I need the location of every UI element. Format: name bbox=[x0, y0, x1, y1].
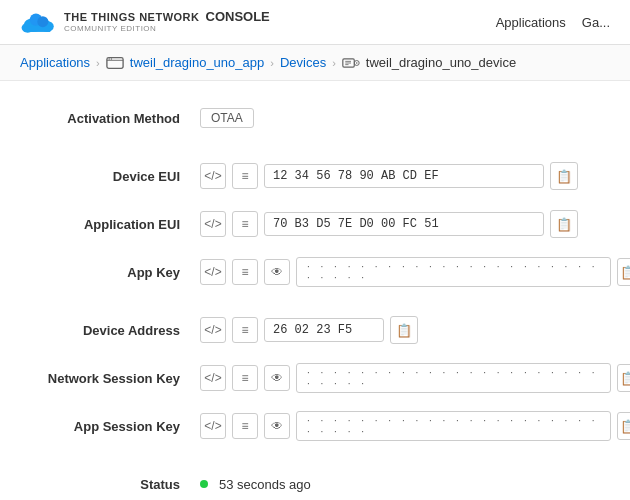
activation-method-value: OTAA bbox=[200, 108, 590, 128]
device-eui-copy-btn[interactable]: 📋 bbox=[550, 162, 578, 190]
eye-icon-3: 👁 bbox=[271, 419, 283, 433]
device-addr-value: </> ≡ 26 02 23 F5 📋 bbox=[200, 316, 590, 344]
app-key-eye-btn[interactable]: 👁 bbox=[264, 259, 290, 285]
app-session-copy-btn[interactable]: 📋 bbox=[617, 412, 630, 440]
app-eui-field: 70 B3 D5 7E D0 00 FC 51 bbox=[264, 212, 544, 236]
nav-applications[interactable]: Applications bbox=[496, 15, 566, 30]
device-addr-field: 26 02 23 F5 bbox=[264, 318, 384, 342]
app-key-label: App Key bbox=[40, 265, 200, 280]
header: THE THINGS NETWORK CONSOLE COMMUNITY EDI… bbox=[0, 0, 630, 45]
activation-method-label: Activation Method bbox=[40, 111, 200, 126]
app-eui-row: Application EUI </> ≡ 70 B3 D5 7E D0 00 … bbox=[40, 207, 590, 241]
code-icon-5: </> bbox=[204, 371, 221, 385]
app-session-dots: · · · · · · · · · · · · · · · · · · · · … bbox=[307, 415, 600, 437]
eye-icon: 👁 bbox=[271, 265, 283, 279]
app-key-grid-btn[interactable]: ≡ bbox=[232, 259, 258, 285]
status-text: 53 seconds ago bbox=[219, 477, 311, 492]
device-eui-row: Device EUI </> ≡ 12 34 56 78 90 AB CD EF… bbox=[40, 159, 590, 193]
breadcrumb-sep-1: › bbox=[96, 57, 100, 69]
header-left: THE THINGS NETWORK CONSOLE COMMUNITY EDI… bbox=[20, 10, 270, 34]
app-session-label: App Session Key bbox=[40, 419, 200, 434]
brand-ttn: THE THINGS NETWORK bbox=[64, 11, 200, 23]
device-addr-copy-btn[interactable]: 📋 bbox=[390, 316, 418, 344]
breadcrumb-devices[interactable]: Devices bbox=[280, 55, 326, 70]
brand-block: THE THINGS NETWORK CONSOLE COMMUNITY EDI… bbox=[64, 10, 270, 33]
svg-point-10 bbox=[110, 58, 111, 59]
device-icon bbox=[342, 56, 360, 70]
brand-edition: COMMUNITY EDITION bbox=[64, 25, 270, 34]
app-eui-grid-btn[interactable]: ≡ bbox=[232, 211, 258, 237]
grid-icon-2: ≡ bbox=[241, 217, 248, 231]
app-session-grid-btn[interactable]: ≡ bbox=[232, 413, 258, 439]
device-eui-grid-btn[interactable]: ≡ bbox=[232, 163, 258, 189]
app-key-code-btn[interactable]: </> bbox=[200, 259, 226, 285]
app-eui-code-btn[interactable]: </> bbox=[200, 211, 226, 237]
code-icon-3: </> bbox=[204, 265, 221, 279]
device-addr-grid-btn[interactable]: ≡ bbox=[232, 317, 258, 343]
otaa-badge: OTAA bbox=[200, 108, 254, 128]
grid-icon-3: ≡ bbox=[241, 265, 248, 279]
code-icon: </> bbox=[204, 169, 221, 183]
app-session-row: App Session Key </> ≡ 👁 · · · · · · · · … bbox=[40, 409, 590, 443]
breadcrumb-sep-3: › bbox=[332, 57, 336, 69]
app-session-code-btn[interactable]: </> bbox=[200, 413, 226, 439]
app-eui-value: </> ≡ 70 B3 D5 7E D0 00 FC 51 📋 bbox=[200, 210, 590, 238]
net-session-dots: · · · · · · · · · · · · · · · · · · · · … bbox=[307, 367, 600, 389]
code-icon-6: </> bbox=[204, 419, 221, 433]
net-session-field: · · · · · · · · · · · · · · · · · · · · … bbox=[296, 363, 611, 393]
device-eui-label: Device EUI bbox=[40, 169, 200, 184]
net-session-eye-btn[interactable]: 👁 bbox=[264, 365, 290, 391]
app-key-row: App Key </> ≡ 👁 · · · · · · · · · · · · … bbox=[40, 255, 590, 289]
breadcrumb-sep-2: › bbox=[270, 57, 274, 69]
device-eui-code-btn[interactable]: </> bbox=[200, 163, 226, 189]
header-nav: Applications Ga... bbox=[496, 15, 610, 30]
svg-point-9 bbox=[108, 58, 109, 59]
device-addr-label: Device Address bbox=[40, 323, 200, 338]
grid-icon-6: ≡ bbox=[241, 419, 248, 433]
net-session-value: </> ≡ 👁 · · · · · · · · · · · · · · · · … bbox=[200, 363, 630, 393]
app-key-dots: · · · · · · · · · · · · · · · · · · · · … bbox=[307, 261, 600, 283]
status-row: Status 53 seconds ago bbox=[40, 467, 590, 500]
brand-console: CONSOLE bbox=[206, 10, 270, 24]
grid-icon: ≡ bbox=[241, 169, 248, 183]
net-session-copy-btn[interactable]: 📋 bbox=[617, 364, 630, 392]
app-key-copy-btn[interactable]: 📋 bbox=[617, 258, 630, 286]
app-session-field: · · · · · · · · · · · · · · · · · · · · … bbox=[296, 411, 611, 441]
net-session-label: Network Session Key bbox=[40, 371, 200, 386]
app-key-value: </> ≡ 👁 · · · · · · · · · · · · · · · · … bbox=[200, 257, 630, 287]
activation-method-row: Activation Method OTAA bbox=[40, 101, 590, 135]
code-icon-2: </> bbox=[204, 217, 221, 231]
main-content: Activation Method OTAA Device EUI </> ≡ … bbox=[0, 81, 630, 500]
device-addr-row: Device Address </> ≡ 26 02 23 F5 📋 bbox=[40, 313, 590, 347]
net-session-code-btn[interactable]: </> bbox=[200, 365, 226, 391]
status-dot-icon bbox=[200, 480, 208, 488]
device-addr-code-btn[interactable]: </> bbox=[200, 317, 226, 343]
svg-point-16 bbox=[356, 62, 358, 64]
app-session-eye-btn[interactable]: 👁 bbox=[264, 413, 290, 439]
grid-icon-5: ≡ bbox=[241, 371, 248, 385]
net-session-row: Network Session Key </> ≡ 👁 · · · · · · … bbox=[40, 361, 590, 395]
app-eui-copy-btn[interactable]: 📋 bbox=[550, 210, 578, 238]
ttn-logo-icon bbox=[20, 10, 56, 34]
device-eui-value: </> ≡ 12 34 56 78 90 AB CD EF 📋 bbox=[200, 162, 590, 190]
app-eui-label: Application EUI bbox=[40, 217, 200, 232]
svg-point-6 bbox=[37, 16, 48, 27]
code-icon-4: </> bbox=[204, 323, 221, 337]
net-session-grid-btn[interactable]: ≡ bbox=[232, 365, 258, 391]
grid-icon-4: ≡ bbox=[241, 323, 248, 337]
nav-gateway[interactable]: Ga... bbox=[582, 15, 610, 30]
app-icon bbox=[106, 56, 124, 70]
device-eui-field: 12 34 56 78 90 AB CD EF bbox=[264, 164, 544, 188]
breadcrumb: Applications › tweil_dragino_uno_app › D… bbox=[0, 45, 630, 81]
status-label: Status bbox=[40, 477, 200, 492]
breadcrumb-applications[interactable]: Applications bbox=[20, 55, 90, 70]
eye-icon-2: 👁 bbox=[271, 371, 283, 385]
app-session-value: </> ≡ 👁 · · · · · · · · · · · · · · · · … bbox=[200, 411, 630, 441]
svg-rect-4 bbox=[24, 26, 50, 31]
breadcrumb-device-name: tweil_dragino_uno_device bbox=[366, 55, 516, 70]
status-value: 53 seconds ago bbox=[200, 477, 590, 492]
breadcrumb-app-name[interactable]: tweil_dragino_uno_app bbox=[130, 55, 264, 70]
app-key-field: · · · · · · · · · · · · · · · · · · · · … bbox=[296, 257, 611, 287]
